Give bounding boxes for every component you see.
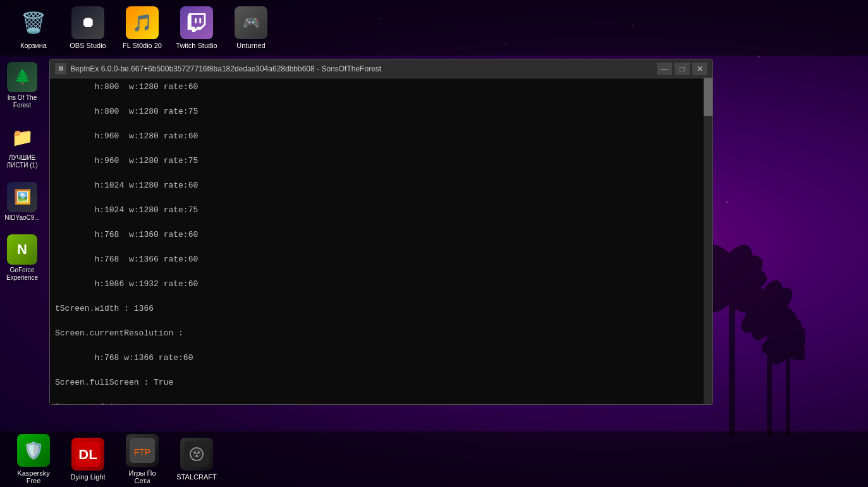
trash-label: Корзина	[20, 42, 47, 49]
games-label: Игры По Сети	[128, 469, 156, 484]
terminal-content: h:800 w:1280 rate:60 h:800 w:1280 rate:7…	[55, 81, 707, 404]
close-button[interactable]: ✕	[692, 63, 707, 75]
trash-icon: 🗑️	[17, 6, 50, 39]
kaspersky-label: Kaspersky Free	[17, 469, 49, 484]
sons-icon: 🌲	[7, 62, 37, 92]
taskbar-icon-obs[interactable]: ⏺ OBS Studio	[66, 6, 110, 49]
obs-icon: ⏺	[71, 6, 104, 39]
terminal-scrollbar-thumb[interactable]	[704, 78, 712, 116]
desktop: 🗑️ Корзина ⏺ OBS Studio 🎵 FL St0dio 20 T…	[0, 0, 868, 487]
svg-text:DL: DL	[78, 447, 97, 462]
folder-label: ЛУЧШИЕ ЛИСТИ (1)	[7, 154, 38, 169]
nidy-label: NIDYaoC9...	[4, 214, 39, 222]
fl-label: FL St0dio 20	[123, 42, 162, 49]
taskbar-icon-dying-light[interactable]: DL Dying Light	[66, 438, 110, 481]
terminal-titlebar: ⚙ BepInEx 6.0.0-be.667+6b500b35727716f8b…	[50, 59, 712, 78]
folder-icon: 📁	[7, 122, 37, 152]
taskbar-icon-stalcraft[interactable]: ☢ STALCRAFT	[174, 438, 219, 481]
stalcraft-label: STALCRAFT	[176, 473, 216, 481]
taskbar-icon-fl[interactable]: 🎵 FL St0dio 20	[120, 6, 164, 49]
unturned-label: Unturned	[236, 42, 265, 49]
terminal-scrollbar[interactable]	[704, 78, 712, 404]
terminal-app-icon: ⚙	[55, 63, 66, 75]
maximize-button[interactable]: □	[675, 63, 690, 75]
taskbar-icon-kaspersky[interactable]: 🛡️ Kaspersky Free	[11, 434, 56, 484]
twitch-label: Twitch Studio	[176, 42, 217, 49]
games-icon: FTP	[126, 434, 159, 467]
nvidia-label: GeForce Experience	[6, 267, 38, 282]
minimize-button[interactable]: —	[657, 63, 672, 75]
taskbar-icon-trash[interactable]: 🗑️ Корзина	[11, 6, 56, 49]
left-sidebar: 🌲 Ins Of The Forest 📁 ЛУЧШИЕ ЛИСТИ (1) 🖼…	[0, 56, 44, 431]
taskbar-icon-twitch[interactable]: Twitch Studio	[174, 6, 219, 49]
top-taskbar: 🗑️ Корзина ⏺ OBS Studio 🎵 FL St0dio 20 T…	[0, 0, 868, 56]
nvidia-icon: N	[7, 234, 37, 265]
terminal-title-text: BepInEx 6.0.0-be.667+6b500b35727716f8ba1…	[70, 64, 657, 73]
sidebar-icon-folder[interactable]: 📁 ЛУЧШИЕ ЛИСТИ (1)	[2, 122, 43, 169]
fl-icon: 🎵	[126, 6, 159, 39]
sons-label: Ins Of The Forest	[8, 94, 37, 109]
sidebar-icon-nvidia[interactable]: N GeForce Experience	[2, 234, 43, 282]
svg-text:FTP: FTP	[134, 447, 150, 457]
twitch-icon	[180, 6, 213, 39]
unturned-icon: 🎮	[235, 6, 267, 39]
terminal-window-controls: — □ ✕	[657, 63, 707, 75]
dying-light-label: Dying Light	[70, 473, 105, 481]
obs-label: OBS Studio	[70, 42, 106, 49]
sidebar-icon-nidy[interactable]: 🖼️ NIDYaoC9...	[2, 182, 43, 222]
svg-text:☢: ☢	[192, 448, 201, 459]
taskbar-icon-games[interactable]: FTP Игры По Сети	[120, 434, 164, 484]
taskbar-icon-unturned[interactable]: 🎮 Unturned	[229, 6, 273, 49]
terminal-body[interactable]: h:800 w:1280 rate:60 h:800 w:1280 rate:7…	[50, 78, 712, 404]
stalcraft-icon: ☢	[180, 438, 213, 471]
sidebar-icon-sons[interactable]: 🌲 Ins Of The Forest	[2, 62, 43, 109]
dying-light-icon: DL	[71, 438, 104, 471]
terminal-window: ⚙ BepInEx 6.0.0-be.667+6b500b35727716f8b…	[49, 59, 713, 405]
nidy-icon: 🖼️	[7, 182, 37, 212]
kaspersky-icon: 🛡️	[17, 434, 50, 467]
bottom-taskbar: 🛡️ Kaspersky Free DL Dying Light FTP Игр…	[0, 431, 868, 487]
